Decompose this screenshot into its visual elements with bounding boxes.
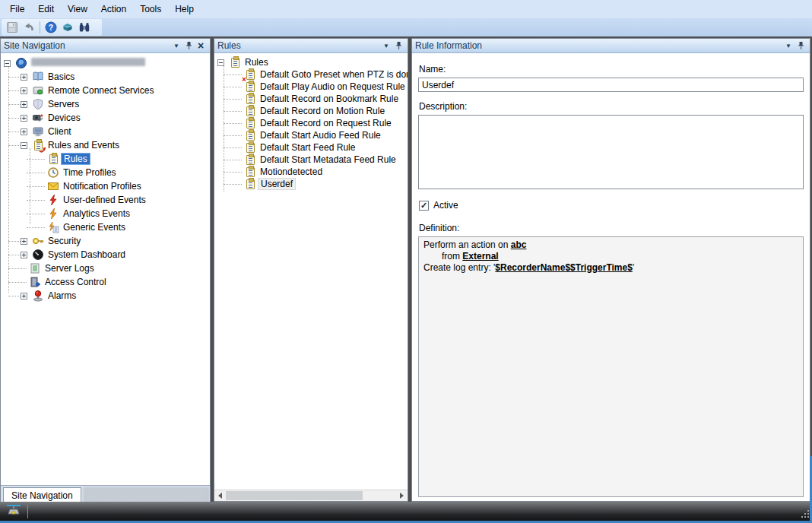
rule-icon — [244, 154, 256, 166]
menu-view[interactable]: View — [61, 2, 94, 17]
help-button[interactable]: ? — [43, 20, 59, 35]
site-navigation-header: Site Navigation ▼ × — [1, 39, 210, 53]
sidebar-item-system-dashboard[interactable]: System Dashboard — [1, 248, 210, 262]
documentation-button[interactable] — [59, 20, 76, 35]
expand-icon[interactable] — [21, 252, 27, 258]
rule-item[interactable]: Default Start Metadata Feed Rule — [214, 154, 408, 166]
collapse-icon[interactable] — [21, 142, 27, 149]
close-icon[interactable]: × — [195, 40, 207, 52]
expand-icon[interactable] — [21, 101, 27, 108]
resize-grip-icon[interactable] — [801, 510, 809, 518]
sidebar-item-user-defined-events[interactable]: User-defined Events — [1, 193, 210, 207]
rules-tree: Rules × Default Goto Preset when PTZ is … — [214, 53, 408, 490]
sidebar-item-rules[interactable]: Rules — [1, 152, 210, 166]
menu-edit[interactable]: Edit — [31, 2, 61, 17]
tab-site-navigation[interactable]: Site Navigation — [3, 487, 81, 503]
envelope-icon — [47, 180, 59, 192]
rules-header: Rules ▼ — [214, 39, 408, 53]
definition-link-log-entry[interactable]: $RecorderName$$TriggerTime$ — [495, 262, 633, 273]
rule-item[interactable]: × Default Goto Preset when PTZ is don — [214, 68, 408, 81]
rule-item[interactable]: Default Start Feed Rule — [214, 141, 408, 154]
rule-item[interactable]: Default Play Audio on Request Rule — [214, 81, 408, 93]
sidebar-item-notification-profiles[interactable]: Notification Profiles — [1, 179, 210, 193]
name-input[interactable] — [418, 78, 804, 92]
sidebar-item-client[interactable]: Client — [1, 125, 210, 138]
definition-line: from External — [423, 251, 798, 262]
sidebar-item-basics[interactable]: Basics — [1, 70, 210, 84]
menu-action[interactable]: Action — [94, 2, 133, 17]
tab-redacted[interactable] — [84, 487, 209, 503]
panel-menu-button[interactable]: ▼ — [380, 40, 392, 52]
sidebar-item-devices[interactable]: Devices — [1, 111, 210, 125]
horizontal-scrollbar[interactable] — [214, 490, 408, 501]
sidebar-item-analytics-events[interactable]: Analytics Events — [1, 207, 210, 220]
help-icon: ? — [45, 21, 57, 33]
rule-item[interactable]: Motiondetected — [214, 166, 408, 178]
rule-item[interactable]: Default Record on Bookmark Rule — [214, 93, 408, 105]
devices-icon — [32, 112, 44, 124]
collapse-icon[interactable] — [4, 60, 11, 67]
orange-lightning-icon — [47, 208, 59, 220]
rule-item[interactable]: Default Record on Request Rule — [214, 117, 408, 129]
expand-icon[interactable] — [21, 87, 27, 94]
expand-icon[interactable] — [21, 238, 27, 245]
rule-item[interactable]: Default Start Audio Feed Rule — [214, 129, 408, 141]
pin-icon[interactable] — [795, 40, 807, 52]
menu-tools[interactable]: Tools — [133, 2, 168, 17]
site-icon — [15, 57, 27, 69]
sidebar-item-remote-connect-services[interactable]: Remote Connect Services — [1, 84, 210, 97]
rule-item-userdef[interactable]: Userdef — [214, 178, 408, 190]
rule-icon — [244, 178, 256, 190]
menu-file[interactable]: File — [3, 2, 31, 17]
tree-guide — [30, 148, 30, 224]
definition-link-abc[interactable]: abc — [511, 239, 527, 250]
sidebar-item-time-profiles[interactable]: Time Profiles — [1, 166, 210, 179]
collapse-icon[interactable] — [217, 59, 224, 66]
sidebar-item-server-logs[interactable]: Server Logs — [1, 262, 210, 275]
scroll-left-button[interactable] — [214, 490, 226, 501]
binoculars-icon — [78, 21, 90, 33]
rule-information-title: Rule Information — [415, 40, 782, 51]
menu-help[interactable]: Help — [168, 2, 201, 17]
sidebar-item-rules-and-events[interactable]: Rules and Events — [1, 138, 210, 152]
sidebar-item-site-root[interactable] — [1, 56, 210, 70]
description-input[interactable] — [418, 115, 804, 189]
rule-icon — [244, 105, 256, 117]
rule-information-form: Name: Description: Active Definition: Pe… — [412, 53, 810, 501]
menu-bar: File Edit View Action Tools Help — [0, 0, 812, 18]
rule-icon — [244, 117, 256, 129]
sidebar-item-access-control[interactable]: Access Control — [1, 275, 210, 289]
pin-icon[interactable] — [392, 40, 404, 52]
expand-icon[interactable] — [21, 128, 27, 135]
description-label: Description: — [419, 101, 804, 112]
tree-guide — [224, 65, 224, 192]
panel-menu-button[interactable]: ▼ — [782, 40, 795, 52]
pin-icon[interactable] — [182, 40, 195, 52]
tree-guide — [8, 66, 9, 293]
rule-icon — [244, 141, 256, 154]
active-checkbox-row: Active — [419, 200, 804, 211]
sidebar-item-alarms[interactable]: Alarms — [1, 289, 210, 303]
scroll-right-button[interactable] — [396, 490, 408, 501]
expand-icon[interactable] — [21, 293, 27, 300]
sidebar-item-generic-events[interactable]: Generic Events — [1, 220, 210, 234]
rule-item[interactable]: Default Record on Motion Rule — [214, 105, 408, 117]
toolbar: ? — [0, 18, 812, 36]
rules-events-icon — [32, 139, 44, 151]
active-checkbox[interactable] — [419, 201, 429, 211]
find-button[interactable] — [76, 20, 93, 35]
sidebar-item-security[interactable]: Security — [1, 234, 210, 248]
definition-link-external[interactable]: External — [462, 251, 498, 262]
scrollbar-thumb[interactable] — [226, 491, 363, 500]
sidebar-item-servers[interactable]: Servers — [1, 97, 210, 111]
panel-menu-button[interactable]: ▼ — [170, 40, 182, 52]
site-navigation-title: Site Navigation — [4, 40, 170, 51]
save-button[interactable] — [4, 20, 21, 35]
rules-icon — [47, 153, 59, 165]
undo-button[interactable] — [21, 20, 37, 35]
expand-icon[interactable] — [21, 115, 27, 122]
expand-icon[interactable] — [21, 74, 27, 81]
rule-icon — [244, 166, 256, 178]
name-label: Name: — [419, 64, 804, 74]
rules-root[interactable]: Rules — [214, 56, 408, 68]
